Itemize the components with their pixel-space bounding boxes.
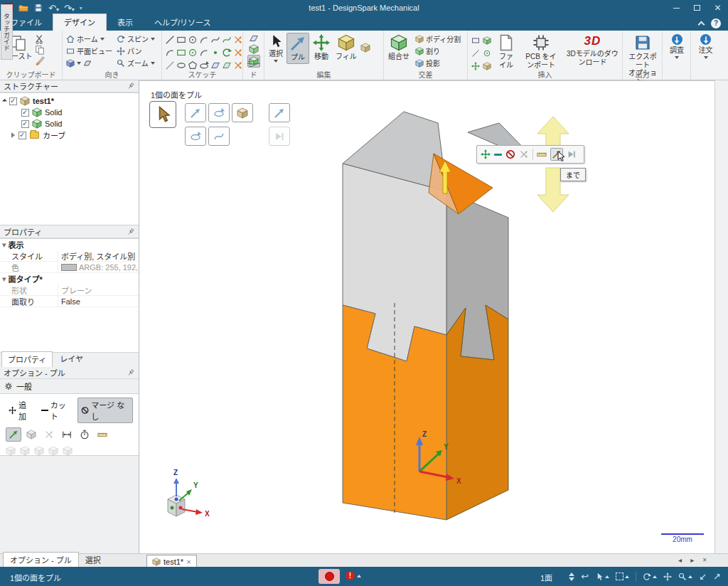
tab-view[interactable]: 表示 [107, 14, 144, 31]
option-no-merge[interactable]: マージ なし [77, 398, 133, 423]
split-body-button[interactable]: ボディ分割 [414, 33, 462, 45]
maximize-button[interactable] [687, 0, 707, 16]
tab-scroll-right-icon[interactable]: ▸ [690, 556, 694, 564]
minimize-button[interactable] [666, 0, 687, 16]
tree-root[interactable]: test1* [3, 95, 139, 107]
pull-direction-option-button[interactable] [185, 103, 206, 122]
tab-help[interactable]: ヘルプ/リソース [144, 14, 222, 31]
pull-option-2-icon[interactable] [20, 446, 30, 456]
select-tool-icon[interactable] [595, 572, 609, 581]
property-color[interactable]: 色ARGB: 255, 192, 192 [0, 262, 139, 273]
tab-design[interactable]: デザイン [53, 14, 107, 31]
insert-plane-icon[interactable] [470, 34, 481, 46]
insert-cylinder-icon[interactable] [481, 34, 492, 46]
zoom-out-icon[interactable]: ↙ [699, 571, 707, 582]
open-file-icon[interactable] [18, 3, 28, 13]
pull-option-5-icon[interactable] [63, 446, 73, 456]
tab-scroll-left-icon[interactable]: ◂ [678, 556, 682, 564]
collapse-ribbon-icon[interactable] [698, 21, 705, 28]
property-shape[interactable]: 形状プレーン [0, 284, 139, 296]
spin-button[interactable]: スピン [115, 33, 156, 45]
zoom-in-icon[interactable]: ↗ [713, 571, 721, 582]
tree-item-solid-2[interactable]: Solid [3, 118, 139, 129]
sketch-sweep-arc-icon[interactable] [198, 46, 209, 58]
document-tab[interactable]: test1* × [146, 555, 197, 568]
insert-sphere-icon[interactable] [481, 47, 492, 59]
sketch-spline-icon[interactable] [210, 33, 220, 46]
return-to-selection-icon[interactable]: ↩ [581, 571, 589, 582]
save-icon[interactable] [33, 3, 43, 13]
expander-closed-icon[interactable] [11, 132, 15, 138]
home-view-button[interactable]: ホーム [65, 33, 114, 45]
select-mode-button[interactable] [149, 101, 176, 128]
sketch-rounded-rect-icon[interactable] [176, 46, 186, 58]
model-canvas[interactable]: Z Y X Z Y X [139, 81, 714, 554]
view-cube-button[interactable] [65, 57, 114, 69]
tab-options-pull[interactable]: オプション - プル [3, 552, 79, 568]
section-display[interactable]: ▾表示 [0, 239, 139, 250]
format-painter-icon[interactable] [35, 55, 45, 65]
property-chamfer[interactable]: 面取りFalse [0, 296, 139, 307]
corner-axis-triad[interactable]: Z Y X [168, 469, 210, 518]
tab-select[interactable]: 選択 [79, 553, 107, 568]
pan-button[interactable]: パン [115, 45, 156, 57]
tab-layer[interactable]: レイヤ [53, 351, 90, 367]
revolve-option-button[interactable] [208, 103, 230, 122]
record-button[interactable] [318, 569, 340, 584]
ruler-button[interactable] [95, 427, 110, 442]
order-button[interactable]: 注文 [693, 33, 718, 60]
select-tool-button[interactable]: 選択 [267, 33, 285, 64]
stopwatch-button[interactable] [77, 427, 92, 442]
next-icon[interactable] [567, 149, 577, 159]
sketch-line-icon[interactable] [164, 33, 175, 46]
snapshot-icon[interactable] [83, 59, 92, 68]
subtract-icon[interactable] [494, 154, 502, 156]
option-cut[interactable]: カット [38, 398, 75, 422]
no-merge-faces-icon[interactable] [519, 149, 529, 159]
next-face-button[interactable] [269, 127, 290, 146]
pin-icon[interactable] [127, 368, 135, 377]
zoom-button[interactable]: ズーム [115, 57, 156, 69]
download-3d-button[interactable]: 3D 3Dモデルのダウンロード [564, 33, 621, 68]
cut-icon[interactable] [35, 34, 45, 44]
zoom-view-icon[interactable] [678, 572, 692, 581]
add-icon[interactable] [481, 149, 491, 159]
viewport[interactable]: Z Y X Z Y X 1個の面をプル [139, 80, 714, 553]
value-spinner[interactable] [569, 572, 574, 581]
sketch-arc-icon[interactable] [198, 33, 209, 46]
pin-icon[interactable] [127, 82, 135, 90]
insert-file-button[interactable]: ファイル [495, 33, 518, 70]
solid1-checkbox[interactable] [21, 109, 29, 117]
pull-option-1-icon[interactable] [6, 446, 16, 456]
sketch-mode-icon[interactable] [249, 33, 259, 43]
measure-caliper-button[interactable] [59, 427, 75, 442]
tree-item-solid-1[interactable]: Solid [3, 107, 139, 118]
sketch-circle-icon[interactable] [187, 33, 198, 46]
spin-view-icon[interactable] [643, 572, 657, 581]
options-general-row[interactable]: 一般 [0, 379, 139, 393]
fill-tool-button[interactable]: フィル [333, 33, 359, 63]
sketch-circle2-icon[interactable] [187, 46, 198, 58]
tree-item-curves[interactable]: カーブ [3, 129, 139, 141]
color-swatch[interactable] [61, 264, 77, 271]
pan-view-icon[interactable] [663, 572, 672, 581]
section-mode-icon[interactable] [249, 44, 259, 54]
replace-face-icon[interactable] [360, 43, 370, 53]
pull-both-sides-button[interactable] [23, 427, 39, 442]
sketch-arc2-icon[interactable] [164, 46, 175, 58]
pull-option-4-icon[interactable] [48, 446, 58, 456]
curves-checkbox[interactable] [18, 132, 26, 139]
import-pcb-button[interactable]: PCB をインポート [520, 33, 562, 70]
pin-icon[interactable] [127, 228, 135, 236]
pull-no-merge-button[interactable] [41, 427, 57, 442]
pull-up-to-button[interactable] [269, 103, 290, 122]
full-pull-button[interactable] [185, 127, 206, 146]
split-button[interactable]: 割り [414, 45, 462, 57]
combine-button[interactable]: 組合せ [386, 33, 412, 69]
expander-open-icon[interactable] [2, 98, 7, 103]
document-close-icon[interactable]: × [186, 558, 191, 566]
ruler-icon[interactable] [537, 149, 547, 159]
sketch-tangent-arc-icon[interactable] [221, 33, 232, 46]
sweep-option-button[interactable] [208, 127, 230, 146]
pull-option-3-icon[interactable] [34, 446, 44, 456]
